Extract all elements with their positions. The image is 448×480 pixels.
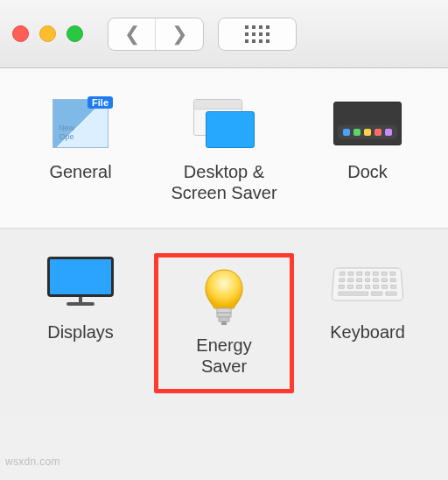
attribution-watermark: wsxdn.com	[5, 455, 60, 468]
show-all-control	[218, 18, 297, 51]
pref-label: Dock	[347, 161, 388, 182]
pref-label: Desktop & Screen Saver	[171, 161, 276, 203]
nav-segmented-control: ❮ ❯	[108, 18, 204, 51]
minimize-window-button[interactable]	[39, 25, 56, 42]
pref-label: Displays	[47, 321, 114, 342]
close-window-button[interactable]	[12, 25, 29, 42]
desktop-screensaver-icon	[189, 93, 259, 154]
dock-icon	[332, 93, 402, 154]
zoom-window-button[interactable]	[66, 25, 83, 42]
pref-label: Energy Saver	[196, 335, 251, 377]
pref-row-1: File NewOpe General Desktop & Screen Sav…	[0, 68, 448, 229]
svg-rect-2	[219, 317, 229, 321]
pref-item-keyboard[interactable]: Keyboard	[298, 253, 438, 393]
energy-saver-icon	[189, 266, 259, 328]
grid-icon	[245, 25, 270, 43]
window-controls	[12, 25, 83, 42]
svg-rect-0	[217, 308, 231, 313]
svg-rect-1	[217, 313, 231, 317]
show-all-button[interactable]	[219, 18, 296, 50]
toolbar: ❮ ❯	[0, 0, 448, 68]
svg-rect-3	[221, 321, 227, 325]
displays-icon	[46, 253, 116, 314]
keyboard-icon	[332, 253, 402, 314]
pref-row-2: Displays	[0, 229, 448, 418]
back-button[interactable]: ❮	[108, 18, 156, 50]
forward-button[interactable]: ❯	[156, 18, 203, 50]
system-preferences-window: ❮ ❯ File NewOpe Gen	[0, 0, 448, 418]
file-badge: File	[88, 96, 113, 109]
lightbulb-icon	[204, 268, 244, 326]
pref-item-desktop-screensaver[interactable]: Desktop & Screen Saver	[154, 93, 294, 203]
general-icon: File NewOpe	[46, 93, 116, 154]
general-icon-text: NewOpe	[59, 124, 74, 142]
chevron-right-icon: ❯	[172, 25, 187, 44]
pref-item-displays[interactable]: Displays	[10, 253, 150, 393]
chevron-left-icon: ❮	[124, 25, 140, 44]
pref-label: Keyboard	[330, 321, 405, 342]
pref-label: General	[49, 161, 111, 182]
pref-item-energy-saver[interactable]: Energy Saver	[154, 253, 294, 393]
pref-item-general[interactable]: File NewOpe General	[10, 93, 150, 203]
pref-item-dock[interactable]: Dock	[298, 93, 438, 203]
